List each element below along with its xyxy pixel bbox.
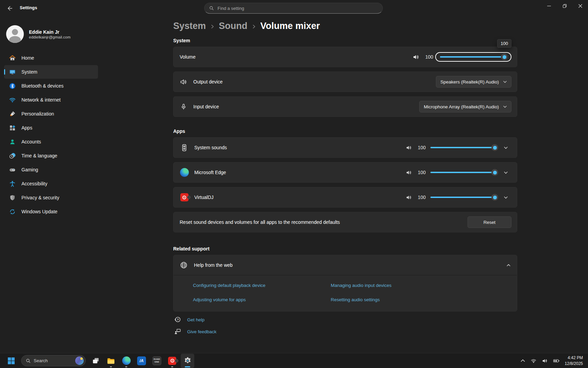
sidebar-item-accounts[interactable]: Accounts bbox=[4, 135, 98, 149]
wifi-icon[interactable] bbox=[530, 358, 537, 364]
sidebar-item-label: Home bbox=[21, 55, 34, 61]
input-device-dropdown[interactable]: Microphone Array (Realtek(R) Audio) bbox=[419, 101, 511, 112]
expand-row-button[interactable] bbox=[500, 145, 511, 150]
sidebar-item-bluetooth-devices[interactable]: Bluetooth & devices bbox=[4, 79, 98, 93]
help-from-web-title: Help from the web bbox=[194, 262, 233, 268]
sidebar-item-privacy-security[interactable]: Privacy & security bbox=[4, 191, 98, 204]
sidebar-item-label: Personalization bbox=[21, 111, 54, 117]
app-volume-slider[interactable] bbox=[430, 197, 497, 198]
app-slider-thumb[interactable] bbox=[491, 194, 498, 201]
reset-row: Reset sound devices and volumes for all … bbox=[173, 212, 517, 232]
help-from-web-header[interactable]: Help from the web bbox=[174, 255, 517, 275]
personalization-icon bbox=[9, 110, 16, 118]
chevron-up-icon[interactable] bbox=[520, 358, 525, 363]
sidebar-item-accessibility[interactable]: Accessibility bbox=[4, 177, 98, 190]
settings-search-box[interactable] bbox=[204, 3, 383, 14]
taskbar-search[interactable]: Search bbox=[21, 355, 86, 366]
help-links: Configuring default playback device Mana… bbox=[174, 275, 517, 311]
sidebar-item-time-language[interactable]: Time & language bbox=[4, 149, 98, 163]
app-slider-thumb[interactable] bbox=[491, 144, 498, 151]
get-help-label: Get help bbox=[187, 317, 205, 322]
taskbar-clock[interactable]: 4:42 PM 12/8/2025 bbox=[565, 355, 583, 367]
close-button[interactable] bbox=[572, 0, 588, 12]
virtualdj-icon bbox=[168, 357, 176, 365]
expand-row-button[interactable] bbox=[500, 195, 511, 200]
account-profile[interactable]: Eddie Kain Jr eddielkainjr@gmail.com bbox=[6, 25, 102, 43]
give-feedback-link[interactable]: Give feedback bbox=[174, 328, 517, 335]
help-link-managing-input[interactable]: Managing audio input devices bbox=[331, 283, 511, 288]
volume-slider-thumb[interactable] bbox=[501, 53, 508, 60]
chevron-right-icon bbox=[252, 25, 256, 29]
minimize-icon bbox=[547, 4, 551, 8]
ia-app-button[interactable]: /A bbox=[135, 354, 148, 368]
input-device-value: Microphone Array (Realtek(R) Audio) bbox=[424, 104, 499, 109]
speaker-icon[interactable] bbox=[406, 144, 412, 151]
gaming-icon bbox=[9, 166, 16, 173]
input-device-row: Input device Microphone Array (Realtek(R… bbox=[173, 96, 517, 117]
breadcrumb-system[interactable]: System bbox=[173, 21, 206, 31]
privacy-security-icon bbox=[9, 194, 16, 201]
volume-tray-icon[interactable] bbox=[542, 358, 548, 364]
app-name: VirtualDJ bbox=[194, 195, 214, 200]
sidebar-item-gaming[interactable]: Gaming bbox=[4, 163, 98, 177]
edge-browser-button[interactable] bbox=[119, 354, 133, 368]
battery-icon[interactable] bbox=[553, 358, 560, 364]
app-volume-value: 100 bbox=[416, 145, 426, 150]
speaker-icon[interactable] bbox=[406, 169, 412, 176]
chevron-down-icon bbox=[504, 170, 508, 175]
accessibility-icon bbox=[9, 180, 16, 187]
back-button[interactable] bbox=[4, 3, 16, 13]
sidebar-item-apps[interactable]: Apps bbox=[4, 121, 98, 135]
clock-time: 4:42 PM bbox=[565, 355, 583, 361]
maximize-button[interactable] bbox=[557, 0, 572, 12]
virtualdj-button[interactable] bbox=[165, 354, 179, 368]
file-explorer-button[interactable] bbox=[104, 354, 118, 368]
reset-description: Reset sound devices and volumes for all … bbox=[180, 219, 340, 225]
app-slider-thumb[interactable] bbox=[491, 169, 498, 176]
sidebar-menu: Home System Bluetooth & devices Network … bbox=[0, 51, 102, 218]
expand-row-button[interactable] bbox=[500, 170, 511, 175]
system-icon bbox=[9, 68, 16, 76]
app-title: Settings bbox=[20, 5, 37, 10]
volume-value: 100 bbox=[424, 54, 433, 60]
sidebar-item-home[interactable]: Home bbox=[4, 51, 98, 65]
speaker-icon[interactable] bbox=[412, 53, 420, 61]
give-feedback-label: Give feedback bbox=[187, 329, 216, 334]
output-device-dropdown[interactable]: Speakers (Realtek(R) Audio) bbox=[436, 76, 511, 88]
sidebar-item-personalization[interactable]: Personalization bbox=[4, 107, 98, 121]
reset-button[interactable]: Reset bbox=[468, 216, 511, 228]
app-volume-slider[interactable] bbox=[430, 172, 497, 173]
sidebar-item-label: Accessibility bbox=[21, 181, 47, 186]
sidebar-item-network-internet[interactable]: Network & internet bbox=[4, 93, 98, 107]
task-view-button[interactable] bbox=[89, 354, 102, 368]
system-section-label: System bbox=[173, 38, 517, 43]
breadcrumb-sound[interactable]: Sound bbox=[219, 21, 247, 31]
speaker-icon[interactable] bbox=[406, 194, 412, 201]
sidebar-item-system[interactable]: System bbox=[4, 65, 98, 79]
search-highlight-image[interactable] bbox=[75, 356, 84, 365]
help-link-resetting-audio[interactable]: Resetting audio settings bbox=[331, 297, 511, 302]
minimize-button[interactable] bbox=[541, 0, 557, 12]
avatar bbox=[6, 25, 24, 43]
settings-search-input[interactable] bbox=[217, 5, 378, 11]
start-button[interactable] bbox=[4, 354, 18, 368]
app-name: Microsoft Edge bbox=[194, 170, 226, 175]
sidebar-item-label: Network & internet bbox=[21, 97, 61, 103]
help-link-configuring-playback[interactable]: Configuring default playback device bbox=[193, 283, 331, 288]
volume-tooltip: 100 bbox=[497, 39, 511, 48]
sidebar-item-windows-update[interactable]: Windows Update bbox=[4, 205, 98, 218]
output-device-label: Output device bbox=[193, 79, 223, 85]
rand-one-app-icon: RANDONE bbox=[152, 356, 161, 365]
app-volume-row-microsoft-edge: Microsoft Edge 100 bbox=[173, 162, 517, 183]
chevron-up-icon[interactable] bbox=[506, 263, 511, 267]
app-volume-slider[interactable] bbox=[430, 147, 497, 148]
window-controls bbox=[541, 0, 588, 12]
rand-one-app-button[interactable]: RANDONE bbox=[150, 354, 164, 368]
get-help-link[interactable]: ? Get help bbox=[174, 316, 517, 323]
volume-slider[interactable] bbox=[440, 56, 507, 58]
settings-app-button[interactable] bbox=[181, 354, 194, 368]
volume-row: Volume 100 100 bbox=[173, 47, 517, 67]
help-link-adjusting-volume[interactable]: Adjusting volume for apps bbox=[193, 297, 331, 302]
task-view-icon bbox=[92, 356, 100, 365]
apps-section-label: Apps bbox=[173, 128, 517, 134]
